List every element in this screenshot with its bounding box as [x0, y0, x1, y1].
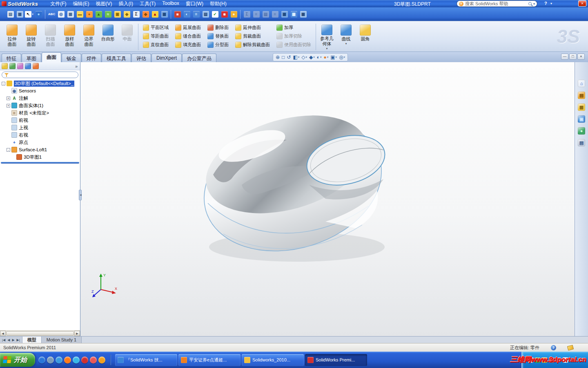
doc-minimize-button[interactable]: — [561, 54, 568, 60]
layers-icon[interactable]: ≡ [252, 9, 261, 19]
view-settings-caret-icon[interactable]: ▾ [344, 56, 345, 59]
revolved-surface-button[interactable]: 旋转 曲面 [22, 22, 41, 51]
select-arrow-icon[interactable]: ↖▾ [24, 9, 34, 19]
tree-item-origin[interactable]: +原点 [0, 139, 80, 146]
search-icon[interactable] [528, 2, 532, 5]
chrome-icon[interactable] [98, 357, 105, 364]
note-icon[interactable]: ▬ [75, 9, 85, 19]
tab-nav-0[interactable]: |◀ [1, 338, 6, 342]
tables-icon[interactable]: ▦ [160, 9, 169, 19]
motion-study-tab[interactable]: Motion Study 1 [42, 337, 82, 343]
mid-surface-button[interactable]: 中面 [118, 22, 137, 51]
tab-nav-2[interactable]: ▶ [11, 338, 15, 342]
replace-face-button[interactable]: 替换面 [206, 32, 230, 40]
tab-office-products[interactable]: 办公室产品 [182, 54, 216, 62]
equations-2-icon[interactable]: Σ [242, 9, 252, 19]
lofted-surface-button[interactable]: 放样 曲面 [60, 22, 79, 51]
previous-view-icon[interactable]: ↺ [286, 54, 292, 60]
tab-dimxpert[interactable]: DimXpert [151, 54, 182, 62]
section-view-caret-icon[interactable]: ▾ [298, 56, 300, 59]
tree-item-front-plane[interactable]: 前视 [0, 117, 80, 124]
help-search-box[interactable]: ? 搜索 SolidWorks 帮助 ▾ [457, 0, 537, 7]
scroll-right-icon[interactable]: ▶ [74, 331, 80, 336]
expander-icon[interactable]: + [7, 96, 10, 100]
firefox-icon[interactable] [64, 357, 71, 364]
tab-nav-3[interactable]: ▶| [16, 338, 21, 342]
tree-item-material[interactable]: ≡材质 <未指定> [0, 109, 80, 117]
block-icon[interactable]: ■ [173, 9, 182, 19]
status-tag-icon[interactable] [567, 345, 574, 350]
equation-icon[interactable]: Σ [131, 9, 141, 19]
scroll-thumb[interactable] [6, 331, 74, 336]
help-caret-icon[interactable]: ▾ [550, 2, 552, 5]
doc-close-button[interactable]: × [577, 54, 585, 60]
freeform-button[interactable]: 自由形 [98, 22, 118, 51]
section-properties-icon[interactable]: ▤ [201, 9, 210, 19]
help-icon[interactable]: ? [544, 1, 547, 6]
menu-edit[interactable]: 编辑(E) [70, 0, 93, 8]
weibo-icon[interactable] [90, 357, 97, 364]
menu-file[interactable]: 文件(F) [47, 0, 69, 8]
format-grid-icon[interactable]: ▦ [66, 9, 75, 19]
task-pingan[interactable]: 平安证券e点通超... [178, 354, 241, 366]
hide-show-items-icon[interactable]: ◐▾ [316, 54, 323, 60]
qq-icon[interactable] [73, 357, 80, 364]
tab-mold-tools[interactable]: 模具工具 [102, 54, 131, 62]
curves-caret-icon[interactable]: ▾ [345, 42, 347, 45]
delete-face-button[interactable]: 删除面 [206, 23, 230, 32]
view-orientation-caret-icon[interactable]: ▾ [305, 56, 307, 59]
task-folder[interactable]: Solidworks_2010... [242, 354, 304, 366]
edit-appearance-icon[interactable]: ● [229, 9, 238, 19]
menu-view[interactable]: 视图(V) [93, 0, 116, 8]
cut-with-surface-button[interactable]: 使用曲面切除 [275, 40, 312, 49]
expander-icon[interactable]: - [2, 82, 5, 85]
model-tab[interactable]: 模型 [22, 337, 42, 343]
tree-item-annotations[interactable]: +A注解 [0, 94, 80, 102]
parting-surface-button[interactable]: 分型面 [206, 40, 230, 49]
mass-properties-icon[interactable]: ≡ [192, 9, 201, 19]
ruled-surface-button[interactable]: 直纹曲面 [142, 40, 170, 49]
displaymanager-tab-icon[interactable] [33, 63, 39, 69]
search-caret-icon[interactable]: ▾ [533, 2, 535, 6]
hide-show-items-caret-icon[interactable]: ▾ [320, 56, 322, 59]
display-style-icon[interactable]: ◆▾ [308, 54, 316, 60]
propertymanager-tab-icon[interactable] [9, 63, 16, 69]
rollback-bar[interactable] [1, 162, 79, 164]
viewport-pane-icon[interactable]: ▦ [15, 9, 24, 19]
menu-help[interactable]: 帮助(H) [207, 0, 230, 8]
model-3d-surface[interactable] [80, 62, 575, 336]
tree-item-surface-bodies[interactable]: +曲面实体(1) [0, 102, 80, 109]
untrim-surface-button[interactable]: 解除剪裁曲面 [234, 40, 271, 49]
offset-surface-button[interactable]: 等距曲面 [142, 32, 170, 40]
extension-surface-button[interactable]: 延展曲面 [174, 23, 202, 32]
media-red-icon[interactable] [81, 357, 88, 364]
weld-symbol-icon[interactable]: ≈ [103, 9, 113, 19]
thickened-cut-button[interactable]: 加厚切除 [275, 32, 312, 40]
design-library-icon[interactable]: ▤ [577, 90, 586, 100]
select-arrow-caret-icon[interactable]: ▾ [32, 13, 33, 16]
tab-nav-1[interactable]: ◀ [7, 338, 11, 342]
display-style-caret-icon[interactable]: ▾ [313, 56, 315, 59]
panel-horizontal-scrollbar[interactable]: ◀ ▶ [0, 330, 80, 336]
reference-geometry-button[interactable]: 参考几 何体▾ [317, 22, 336, 51]
view-palette-icon[interactable]: ▣ [577, 114, 586, 124]
tab-sheet-metal[interactable]: 钣金 [62, 54, 81, 62]
file-explorer-icon[interactable]: ▦ [577, 102, 586, 112]
tree-item-sketch3d1[interactable]: 3D草图1 [0, 153, 80, 161]
edit-appearance-caret-icon[interactable]: ▾ [327, 56, 329, 59]
layer-properties-icon[interactable]: ▤ [261, 9, 270, 19]
doc-restore-button[interactable]: □ [569, 54, 577, 60]
line-style-icon[interactable]: ≡ [270, 9, 280, 19]
app-close-button[interactable]: × [578, 0, 586, 7]
zoom-to-area-icon[interactable]: □ [281, 54, 285, 60]
show-desktop-icon[interactable] [47, 357, 54, 364]
stop-macro-icon[interactable]: ■ [220, 9, 229, 19]
tree-item-surface-loft1[interactable]: -Surface-Loft1 [0, 146, 80, 153]
grid-settings-icon[interactable]: ▦ [298, 9, 308, 19]
internet-icon[interactable]: ● [34, 9, 43, 19]
task-browser[interactable]: 『SolidWorks 技... [115, 354, 177, 366]
configurationmanager-tab-icon[interactable] [17, 63, 23, 69]
tab-weldments[interactable]: 焊件 [82, 54, 101, 62]
featuremanager-tab-icon[interactable] [2, 63, 8, 69]
menu-toolbox[interactable]: Toolbox [159, 0, 182, 8]
